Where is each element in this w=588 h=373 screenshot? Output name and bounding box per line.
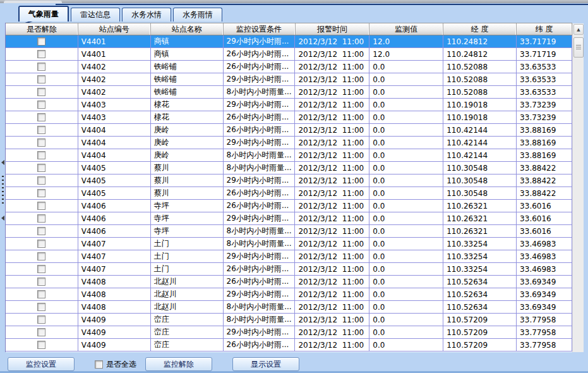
- cell-alarm-time: 2012/3/12 11:00: [295, 162, 369, 174]
- table-row[interactable]: V4402 铁峪铺 29小时内小时雨... 2012/3/12 11:00 0.…: [6, 73, 572, 86]
- table-row[interactable]: V4403 棣花 29小时内小时雨... 2012/3/12 11:00 0.0…: [6, 99, 572, 111]
- release-checkbox[interactable]: [37, 63, 45, 71]
- table-row[interactable]: V4401 商镇 26小时内小时雨... 2012/3/12 11:00 12.…: [6, 48, 572, 61]
- up-arrow-icon: ▲: [577, 27, 580, 32]
- cell-condition: 26小时内小时雨...: [224, 276, 296, 288]
- release-checkbox[interactable]: [37, 37, 45, 46]
- release-checkbox[interactable]: [37, 189, 45, 197]
- cell-latitude: 33.71719: [517, 35, 572, 47]
- release-checkbox[interactable]: [37, 240, 45, 248]
- scroll-up-button[interactable]: ▲: [573, 24, 584, 35]
- cell-station-id: V4407: [78, 238, 151, 250]
- cell-condition: 8小时内小时雨量...: [224, 162, 296, 174]
- table-row[interactable]: V4404 庚岭 29小时内小时雨... 2012/3/12 11:00 0.0…: [6, 137, 572, 149]
- cell-station-name: 铁峪铺: [151, 86, 224, 98]
- table-row[interactable]: V4405 蔡川 8小时内小时雨量... 2012/3/12 11:00 0.0…: [6, 162, 572, 174]
- release-checkbox[interactable]: [37, 176, 45, 185]
- tab-radar-info[interactable]: 雷达信息: [71, 8, 120, 21]
- release-checkbox[interactable]: [37, 50, 45, 58]
- release-cell: [6, 250, 78, 262]
- release-checkbox[interactable]: [37, 290, 45, 298]
- release-checkbox[interactable]: [37, 278, 45, 286]
- release-cell: [6, 238, 78, 250]
- release-checkbox[interactable]: [37, 126, 45, 134]
- release-cell: [6, 111, 78, 123]
- column-header-condition[interactable]: 监控设置条件: [224, 23, 296, 35]
- release-checkbox[interactable]: [37, 227, 45, 235]
- table-row[interactable]: V4407 土门 29小时内小时雨... 2012/3/12 11:00 0.0…: [6, 250, 572, 263]
- table-row[interactable]: V4406 寺坪 8小时内小时雨量... 2012/3/12 11:00 0.0…: [6, 225, 572, 238]
- table-row[interactable]: V4409 峦庄 29小时内小时雨... 2012/3/12 11:00 0.0…: [6, 326, 572, 339]
- left-splitter-handle[interactable]: [0, 160, 6, 221]
- release-checkbox[interactable]: [37, 101, 45, 109]
- table-row[interactable]: V4406 寺坪 29小时内小时雨... 2012/3/12 11:00 0.0…: [6, 212, 572, 225]
- release-checkbox[interactable]: [37, 113, 45, 121]
- column-header-longitude[interactable]: 经 度: [443, 23, 517, 35]
- column-header-station-name[interactable]: 站点名称: [151, 23, 224, 35]
- table-row[interactable]: V4407 土门 26小时内小时雨... 2012/3/12 11:00 0.0…: [6, 263, 572, 276]
- table-row[interactable]: V4409 峦庄 8小时内小时雨量... 2012/3/12 11:00 0.0…: [6, 314, 572, 326]
- release-cell: [6, 149, 78, 161]
- cell-station-name: 庚岭: [151, 124, 224, 136]
- cell-alarm-time: 2012/3/12 11:00: [295, 263, 369, 275]
- tab-weather-rainfall[interactable]: 气象雨量: [18, 6, 69, 21]
- release-checkbox[interactable]: [37, 88, 45, 96]
- release-checkbox[interactable]: [37, 138, 45, 147]
- scrollbar-thumb[interactable]: [573, 37, 584, 58]
- column-header-alarm-time[interactable]: 报警时间: [296, 23, 370, 35]
- cell-station-name: 寺坪: [151, 200, 224, 212]
- select-all-label: 是否全选: [106, 359, 136, 370]
- table-row[interactable]: V4409 峦庄 26小时内小时雨... 2012/3/12 11:00 0.0…: [6, 339, 572, 352]
- table-row[interactable]: V4408 北赵川 8小时内小时雨量... 2012/3/12 11:00 0.…: [6, 301, 572, 314]
- release-checkbox[interactable]: [37, 75, 45, 83]
- column-header-release[interactable]: 是否解除: [6, 23, 78, 35]
- cell-station-name: 棣花: [151, 99, 224, 111]
- release-checkbox[interactable]: [37, 164, 45, 172]
- cell-longitude: 110.30548: [443, 174, 517, 186]
- tab-water-rain-condition[interactable]: 水务雨情: [173, 8, 222, 21]
- release-checkbox[interactable]: [37, 303, 45, 311]
- table-row[interactable]: V4404 庚岭 26小时内小时雨... 2012/3/12 11:00 0.0…: [6, 124, 572, 137]
- table-row[interactable]: V4405 蔡川 29小时内小时雨... 2012/3/12 11:00 0.0…: [6, 174, 572, 187]
- tab-water-condition[interactable]: 水务水情: [122, 8, 171, 21]
- release-cell: [6, 187, 78, 199]
- release-checkbox[interactable]: [37, 202, 45, 210]
- cell-station-name: 土门: [151, 263, 224, 275]
- release-checkbox[interactable]: [37, 328, 45, 336]
- release-checkbox[interactable]: [37, 214, 45, 223]
- cell-station-id: V4409: [78, 326, 151, 338]
- monitor-release-button[interactable]: 监控解除: [145, 357, 212, 371]
- column-header-station-id[interactable]: 站点编号: [78, 23, 151, 35]
- table-row[interactable]: V4405 蔡川 26小时内小时雨... 2012/3/12 11:00 0.0…: [6, 187, 572, 200]
- cell-alarm-time: 2012/3/12 11:00: [295, 149, 369, 161]
- release-cell: [6, 200, 78, 212]
- table-row[interactable]: V4407 土门 8小时内小时雨量... 2012/3/12 11:00 0.0…: [6, 238, 572, 250]
- table-row[interactable]: V4408 北赵川 29小时内小时雨... 2012/3/12 11:00 0.…: [6, 288, 572, 301]
- release-checkbox[interactable]: [37, 151, 45, 159]
- table-row[interactable]: V4408 北赵川 26小时内小时雨... 2012/3/12 11:00 0.…: [6, 276, 572, 288]
- cell-station-name: 蔡川: [151, 174, 224, 186]
- column-header-latitude[interactable]: 纬 度: [517, 23, 572, 35]
- cell-longitude: 110.52088: [443, 73, 517, 85]
- display-settings-button[interactable]: 显示设置: [232, 357, 299, 371]
- select-all-checkbox[interactable]: [95, 360, 103, 369]
- vertical-scrollbar[interactable]: ▲: [572, 23, 584, 352]
- cell-station-name: 商镇: [151, 35, 224, 47]
- cell-longitude: 110.52634: [443, 276, 517, 288]
- release-checkbox[interactable]: [37, 252, 45, 260]
- table-row[interactable]: V4402 铁峪铺 8小时内小时雨量... 2012/3/12 11:00 0.…: [6, 86, 572, 99]
- release-checkbox[interactable]: [37, 265, 45, 273]
- cell-station-name: 土门: [151, 238, 224, 250]
- release-checkbox[interactable]: [37, 341, 45, 349]
- table-row[interactable]: V4403 棣花 26小时内小时雨... 2012/3/12 11:00 0.0…: [6, 111, 572, 124]
- cell-station-id: V4406: [78, 225, 151, 237]
- cell-station-name: 土门: [151, 250, 224, 262]
- table-row[interactable]: V4401 商镇 29小时内小时雨... 2012/3/12 11:00 12.…: [6, 35, 572, 48]
- monitor-settings-button[interactable]: 监控设置: [8, 357, 75, 371]
- table-row[interactable]: V4406 寺坪 26小时内小时雨... 2012/3/12 11:00 0.0…: [6, 200, 572, 212]
- release-checkbox[interactable]: [37, 315, 45, 324]
- table-row[interactable]: V4404 庚岭 8小时内小时雨量... 2012/3/12 11:00 0.0…: [6, 149, 572, 162]
- cell-latitude: 33.63533: [517, 86, 572, 98]
- table-row[interactable]: V4402 铁峪铺 26小时内小时雨... 2012/3/12 11:00 0.…: [6, 61, 572, 73]
- column-header-value[interactable]: 监测值: [369, 23, 443, 35]
